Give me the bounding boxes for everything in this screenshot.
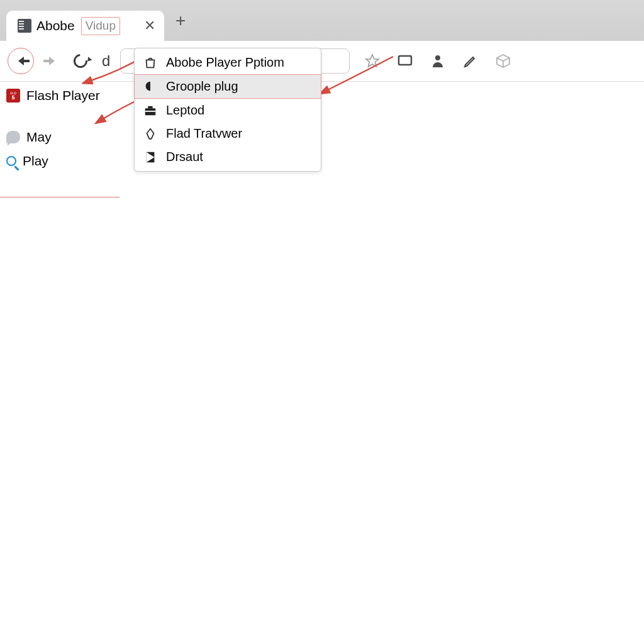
svg-rect-6 (145, 111, 156, 112)
chat-bubble-icon (6, 131, 20, 143)
list-item[interactable]: o.o5 Flash Player (6, 88, 100, 103)
arrow-left-icon (18, 57, 24, 65)
new-tab-button[interactable]: + (175, 11, 186, 31)
profile-icon[interactable] (430, 53, 445, 69)
search-icon (6, 156, 16, 166)
svg-rect-1 (399, 56, 411, 65)
arrow-right-icon (49, 57, 55, 65)
shopping-bag-icon (143, 56, 157, 70)
dropdown-item-label: Leptod (166, 103, 204, 118)
list-item-label: Play (23, 153, 48, 169)
dropdown-item[interactable]: Flad Tratvwer (135, 122, 321, 145)
plug-icon (143, 80, 157, 94)
annotation-arrow (318, 54, 399, 98)
tab-title: Abobe (36, 18, 75, 33)
edit-pencil-icon[interactable] (463, 53, 478, 69)
address-bar-dropdown: Abobe Player Pptiom Groople plug Leptod … (134, 48, 321, 172)
pen-outline-icon (143, 127, 157, 141)
dropdown-item[interactable]: Abobe Player Pptiom (135, 51, 321, 74)
zigzag-icon (143, 150, 157, 164)
browser-tab[interactable]: Abobe Vidup ✕ (6, 11, 164, 41)
dropdown-item-label: Flad Tratvwer (166, 126, 242, 141)
dropdown-item-label: Groople plug (166, 79, 238, 94)
forward-button[interactable] (40, 50, 63, 72)
tab-bar: Abobe Vidup ✕ + (0, 0, 644, 41)
list-item-label: Flash Player (26, 88, 100, 103)
extension-cube-icon[interactable] (496, 53, 511, 69)
close-icon[interactable]: ✕ (144, 18, 155, 34)
list-item[interactable]: Play (6, 153, 100, 169)
tab-favicon-icon (18, 19, 31, 33)
dropdown-item-label: Drsaut (166, 150, 203, 164)
dropdown-item[interactable]: Leptod (135, 99, 321, 122)
dropdown-item-highlighted[interactable]: Groople plug (134, 74, 321, 99)
tab-vidup-label: Vidup (81, 17, 120, 35)
dropdown-item-label: Abobe Player Pptiom (166, 55, 284, 70)
list-item[interactable]: May (6, 130, 100, 145)
back-button[interactable] (8, 48, 34, 74)
annotation-separator (0, 197, 119, 197)
briefcase-icon (143, 104, 157, 118)
list-item-label: May (26, 130, 52, 145)
svg-point-2 (435, 55, 440, 60)
reading-list-icon[interactable] (397, 53, 413, 69)
page-item-list: o.o5 Flash Player May Play (6, 88, 100, 169)
svg-rect-5 (148, 106, 152, 108)
flash-player-icon: o.o5 (6, 89, 20, 103)
dropdown-item[interactable]: Drsaut (135, 145, 321, 169)
